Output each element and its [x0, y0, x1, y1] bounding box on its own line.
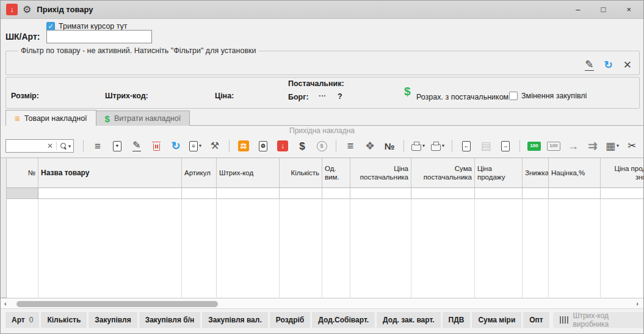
tab-invoice-expenses[interactable]: $ Витрати накладної: [96, 111, 190, 126]
bottom-button[interactable]: Дод.Собіварт.: [312, 312, 375, 328]
numbering-icon[interactable]: №: [383, 139, 396, 153]
add-document-icon[interactable]: +: [110, 139, 124, 153]
size-label: Розмір:: [11, 92, 39, 100]
dropdown-caret-icon: ▾: [442, 143, 444, 148]
sku-input[interactable]: [46, 30, 152, 43]
toolbar-icons: ≡+✎↻≡▾⚒⚖⚙↓$$≡❖№▾▾←▤→100100→⇉▦▾✂✕: [88, 139, 644, 153]
debt-dots-button[interactable]: ···: [319, 92, 327, 100]
search-clear-icon[interactable]: ✕: [44, 142, 57, 150]
minimize-button[interactable]: –: [576, 5, 580, 13]
document-settings-icon[interactable]: ⚙: [256, 139, 270, 153]
tab-label: Товари накладної: [24, 114, 87, 123]
horizontal-scrollbar[interactable]: ‹ ›: [1, 298, 643, 309]
refresh-filter-icon[interactable]: ↻: [604, 60, 613, 70]
print-options-icon[interactable]: ▾: [431, 139, 444, 153]
edit-filter-icon[interactable]: ✎: [585, 59, 593, 71]
search-input[interactable]: [6, 142, 44, 150]
tab-invoice-goods[interactable]: ≡ Товари накладної: [5, 110, 96, 126]
column-header[interactable]: Артикул: [182, 158, 217, 187]
refresh-icon[interactable]: ↻: [169, 139, 183, 153]
cut-icon[interactable]: ✂: [625, 139, 639, 153]
barcode-print-icon[interactable]: 100: [527, 139, 541, 153]
paste-menu-icon[interactable]: ≡▾: [189, 139, 202, 153]
title-bar: ↓ ⚙ Прихід товару – □ ×: [1, 1, 643, 19]
move-right-icon[interactable]: →: [566, 139, 580, 153]
column-header[interactable]: Назва товару: [38, 158, 182, 187]
keep-cursor-checkbox[interactable]: ✓: [46, 22, 55, 31]
barcode-label: Штрих-код:: [105, 92, 148, 100]
scroll-right-icon[interactable]: ›: [636, 300, 639, 307]
bottom-button[interactable]: Сума міри: [472, 312, 521, 328]
move-all-right-icon[interactable]: ⇉: [586, 139, 599, 153]
bottom-button[interactable]: ПДВ: [443, 312, 471, 328]
column-header[interactable]: Ціна продажу: [475, 158, 523, 187]
scales-icon[interactable]: ⚖: [237, 139, 250, 153]
table-cell: [475, 188, 523, 199]
edit-icon[interactable]: ✎: [130, 139, 143, 153]
payment-icon[interactable]: $: [295, 139, 309, 153]
search-box: ✕ ▾: [5, 139, 74, 153]
producer-barcode-toggle[interactable]: Штрих-код виробника: [553, 312, 643, 328]
settings-gear-icon[interactable]: ⚙: [23, 5, 31, 15]
empty-cell: [7, 199, 38, 297]
settlement-dollar-icon[interactable]: $: [404, 85, 411, 98]
price-label: Ціна:: [215, 92, 234, 100]
table-cell: [601, 188, 643, 199]
goods-table: №Назва товаруАртикулШтрих-кодКількістьОд…: [1, 158, 643, 298]
close-button[interactable]: ×: [626, 5, 631, 13]
bottom-button[interactable]: Дод. зак. варт.: [377, 312, 441, 328]
barcode-icon: [560, 316, 569, 324]
dropdown-caret-icon: ▾: [199, 143, 201, 148]
search-options-caret-icon[interactable]: ▾: [68, 143, 73, 149]
column-header[interactable]: Знижка: [523, 158, 549, 187]
recalc-payment-icon[interactable]: $: [315, 139, 328, 153]
layers-icon[interactable]: ❖: [363, 139, 377, 153]
change-purchase-checkbox[interactable]: [509, 92, 518, 100]
bottom-button[interactable]: Закупівля б/н: [139, 312, 201, 328]
column-header[interactable]: Сума постачальника: [411, 158, 475, 187]
bottom-bar: Арт 0 КількістьЗакупівляЗакупівля б/нЗак…: [5, 312, 643, 328]
clear-filter-icon[interactable]: ✕: [623, 60, 632, 70]
change-purchase-label: Змінення закупівлі: [521, 92, 587, 100]
bottom-button-art[interactable]: Арт 0: [5, 312, 39, 328]
import-file-icon[interactable]: ←: [460, 139, 473, 153]
bottom-button[interactable]: Закупівля: [89, 312, 137, 328]
bottom-button[interactable]: Опт: [523, 312, 549, 328]
scroll-left-icon[interactable]: ‹: [4, 300, 7, 307]
column-header[interactable]: Штрих-код: [217, 158, 280, 187]
column-header[interactable]: Кількість: [280, 158, 322, 187]
filter-groupbox: Фільтр по товару - не активний. Натисніт…: [5, 51, 640, 75]
scrollbar-thumb[interactable]: [16, 301, 218, 307]
filter-icon[interactable]: ≡: [91, 139, 104, 153]
calculator-icon[interactable]: ▦▾: [606, 139, 619, 153]
maximize-button[interactable]: □: [601, 5, 606, 13]
service-tools-icon[interactable]: ⚒: [208, 139, 222, 153]
bottom-button[interactable]: Кількість: [41, 312, 87, 328]
column-header[interactable]: Націнка,%: [549, 158, 601, 187]
delete-icon[interactable]: [150, 139, 163, 153]
barcode-move-icon[interactable]: 100: [547, 139, 560, 153]
bottom-button[interactable]: Роздріб: [270, 312, 311, 328]
search-icon[interactable]: [60, 143, 67, 149]
column-header[interactable]: №: [7, 158, 38, 187]
art-label: Арт: [12, 316, 25, 324]
debt-help-button[interactable]: ?: [338, 92, 342, 101]
save-icon: ▤: [479, 139, 493, 153]
table-row[interactable]: [7, 188, 643, 199]
table-cell: [322, 188, 350, 199]
load-income-icon[interactable]: ↓: [276, 139, 289, 153]
column-header[interactable]: Ціна постачальника: [350, 158, 411, 187]
column-header[interactable]: Од. вим.: [322, 158, 350, 187]
dropdown-caret-icon: ▾: [617, 143, 619, 148]
bottom-button[interactable]: Закупівля вал.: [202, 312, 267, 328]
empty-cell: [322, 199, 350, 297]
table-empty-area: [7, 199, 643, 297]
toolbar-separator: [452, 140, 452, 152]
list-view-icon[interactable]: ≡: [344, 139, 357, 153]
table-cell: [411, 188, 475, 199]
export-file-icon[interactable]: →: [499, 139, 512, 153]
keep-cursor-label: Тримати курсор тут: [59, 22, 128, 31]
column-header[interactable]: Ціна прод зни: [601, 158, 643, 187]
print-icon[interactable]: ▾: [411, 139, 425, 153]
settlement-link[interactable]: Розрах. з постачальником: [416, 93, 508, 101]
